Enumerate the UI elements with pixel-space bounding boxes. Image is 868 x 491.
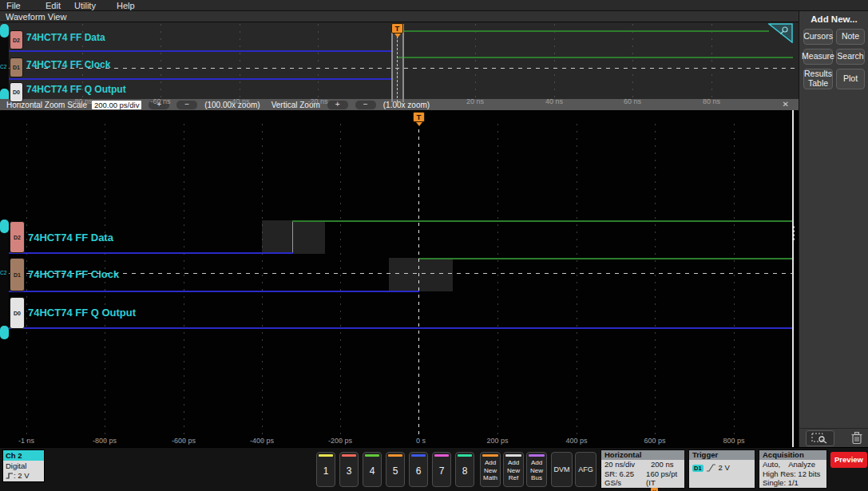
overview-waveform-area[interactable]: C2 D2 D1 D0 74HCT74 FF Data 74HCT74 FF C… — [0, 22, 799, 110]
settings-bar: Ch 2 Digital : 2 V 1 3 4 5 — [0, 447, 868, 491]
channel-number: 4 — [363, 465, 381, 477]
channel-group-handle[interactable] — [0, 24, 9, 102]
axis-tick: 800 ps — [723, 437, 744, 445]
d2-data-high-trace — [292, 220, 793, 222]
zoomed-waveform-area[interactable]: C2 D2 D1 D0 74HCT74 FF Data 74HCT74 FF C… — [0, 110, 799, 447]
v-zoom-out-button[interactable]: − — [355, 101, 376, 109]
trigger-position-line — [418, 122, 419, 435]
gridline — [497, 124, 498, 443]
axis-tick: -80 ns — [72, 97, 92, 105]
group-handle-top[interactable] — [0, 220, 9, 233]
trigger-level: 2 V — [719, 463, 730, 473]
d1-transition-uncertainty-box — [389, 258, 453, 291]
axis-tick: -40 ns — [229, 97, 249, 105]
menu-file[interactable]: File — [6, 1, 21, 10]
h-record-length: RL: 1.25 kpts — [604, 488, 651, 491]
channel-label-d1: 74HCT74 FF Clock — [28, 268, 119, 280]
badge-text: D0 — [14, 311, 21, 316]
box-zoom-button[interactable] — [806, 430, 834, 446]
trigger-flag-zoom[interactable]: T — [413, 112, 425, 122]
group-handle-bottom[interactable] — [0, 326, 9, 339]
channel-5-button[interactable]: 5 — [386, 452, 405, 487]
channel-7-button[interactable]: 7 — [432, 452, 451, 487]
add-new-panel: Add New... Cursors Note Measure Search R… — [799, 11, 868, 447]
channel-group-handle[interactable] — [0, 220, 9, 339]
channel-color-stripe — [434, 454, 449, 457]
channel-badge-d2[interactable]: D2 — [10, 221, 25, 253]
add-results-table-button[interactable]: Results Table — [803, 69, 833, 89]
trash-icon[interactable] — [850, 431, 863, 445]
channel-6-button[interactable]: 6 — [409, 452, 428, 487]
menu-edit[interactable]: Edit — [46, 1, 61, 10]
trigger-settings-panel[interactable]: Trigger D1 2 V — [688, 449, 755, 489]
scrollbar-drag-handle[interactable] — [790, 224, 796, 242]
channel-number: 3 — [340, 465, 358, 477]
h-resolution: 160 ps/pt (IT — [646, 469, 684, 488]
channel-badge-d0[interactable]: D0 — [10, 297, 25, 329]
add-note-button[interactable]: Note — [836, 29, 865, 45]
add-search-button[interactable]: Search — [836, 49, 865, 65]
channel2-title: Ch 2 — [3, 450, 44, 461]
channel-badge-d0[interactable]: D0 — [10, 82, 23, 102]
math-color-stripe — [482, 454, 498, 457]
menu-help[interactable]: Help — [117, 1, 135, 10]
zoom-overview-handle-icon[interactable] — [768, 23, 793, 43]
channel-1-button[interactable]: 1 — [316, 452, 335, 487]
channel-badge-d1[interactable]: D1 — [10, 57, 23, 77]
add-bus-label: Add New Bus — [527, 459, 546, 482]
gridline — [632, 24, 633, 109]
expansion-point-icon: u — [651, 488, 658, 491]
axis-tick: -20 ns — [307, 97, 327, 105]
channel-number: 1 — [317, 465, 335, 477]
channel-color-stripe — [365, 454, 379, 457]
channel-badge-d1[interactable]: D1 — [10, 258, 25, 291]
axis-tick: 400 ps — [565, 437, 587, 445]
preview-button[interactable]: Preview — [830, 452, 867, 468]
acq-analyze: Analyze — [788, 460, 815, 469]
dvm-button[interactable]: DVM — [551, 452, 573, 487]
d2-data-low-trace — [0, 50, 394, 52]
horizontal-settings-panel[interactable]: Horizontal 20 ns/div200 ns SR: 6.25 GS/s… — [600, 449, 685, 489]
channel2-badge[interactable]: Ch 2 Digital : 2 V — [2, 449, 45, 482]
close-zoom-icon[interactable]: ✕ — [783, 100, 789, 109]
trigger-flag-overview[interactable]: T — [391, 23, 403, 34]
d1-clock-low-trace — [0, 291, 419, 292]
channel-4-button[interactable]: 4 — [363, 452, 382, 487]
channel2-mode: Digital — [6, 461, 44, 471]
horizontal-scale-input[interactable]: 200.00 ps/div — [92, 101, 141, 109]
add-new-bus-button[interactable]: Add New Bus — [526, 452, 547, 487]
gridline — [554, 24, 555, 109]
add-new-ref-button[interactable]: Add New Ref — [503, 452, 524, 487]
acq-resolution: High Res: 12 bits — [759, 469, 826, 479]
channel-3-button[interactable]: 3 — [339, 452, 359, 487]
threshold-edge-icon — [6, 472, 14, 480]
menu-utility[interactable]: Utility — [74, 1, 96, 10]
v-zoom-in-button[interactable]: + — [327, 101, 348, 109]
axis-tick: -60 ns — [150, 97, 170, 105]
group-handle-top[interactable] — [0, 24, 9, 38]
channel-label-d0: 74HCT74 FF Q Output — [28, 307, 136, 319]
channel-badge-d2[interactable]: D2 — [10, 30, 23, 49]
channel-8-button[interactable]: 8 — [455, 452, 474, 487]
badge-text: D2 — [14, 235, 21, 240]
axis-tick: 80 ns — [703, 97, 720, 105]
afg-button[interactable]: AFG — [575, 452, 597, 487]
waveform-scrollbar[interactable] — [792, 110, 794, 447]
axis-tick: 200 ps — [486, 437, 508, 445]
d2-rising-edge — [292, 220, 293, 254]
box-zoom-icon — [811, 433, 829, 444]
v-zoom-factor: (1.00x zoom) — [383, 101, 430, 109]
h-zoom-out-button[interactable]: − — [176, 101, 197, 109]
zoom-plot: C2 D2 D1 D0 74HCT74 FF Data 74HCT74 FF C… — [0, 122, 799, 447]
add-cursors-button[interactable]: Cursors — [803, 29, 833, 45]
axis-tick: -1 ns — [18, 437, 34, 445]
d0-q-low-trace — [0, 327, 793, 329]
add-new-math-button[interactable]: Add New Math — [480, 452, 501, 487]
add-measure-button[interactable]: Measure — [803, 49, 833, 65]
h-duration: 200 ns — [651, 460, 674, 469]
channel-color-stripe — [388, 454, 402, 457]
acquisition-settings-panel[interactable]: Acquisition Auto,Analyze High Res: 12 bi… — [759, 449, 827, 489]
add-plot-button[interactable]: Plot — [836, 69, 865, 89]
tab-waveform-view[interactable]: Waveform View — [6, 12, 66, 22]
gridline — [262, 124, 263, 443]
